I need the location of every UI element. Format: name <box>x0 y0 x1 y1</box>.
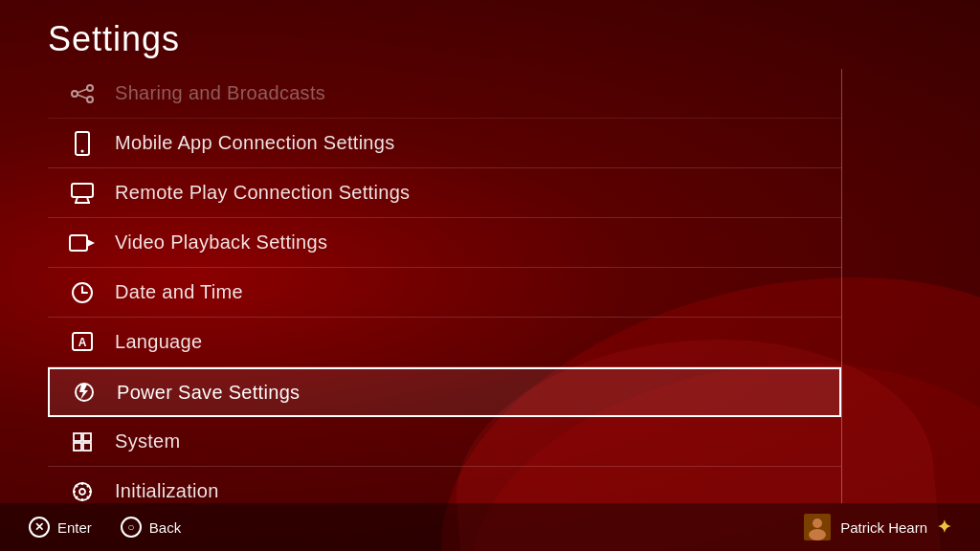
svg-line-4 <box>78 95 87 99</box>
svg-rect-20 <box>83 433 91 441</box>
svg-line-3 <box>78 89 87 93</box>
enter-button[interactable]: ✕ Enter <box>29 517 92 538</box>
user-avatar <box>804 514 831 540</box>
svg-rect-19 <box>74 433 81 441</box>
svg-point-2 <box>87 97 93 102</box>
video-icon <box>67 233 98 253</box>
menu-item-datetime[interactable]: Date and Time <box>48 268 841 318</box>
svg-point-24 <box>79 489 85 495</box>
remoteplay-label: Remote Play Connection Settings <box>115 182 410 204</box>
user-info: Patrick Hearn ✦ <box>804 514 951 540</box>
svg-point-1 <box>87 85 93 91</box>
menu-item-mobile[interactable]: Mobile App Connection Settings <box>48 119 841 168</box>
menu-item-remoteplay[interactable]: Remote Play Connection Settings <box>48 168 841 218</box>
datetime-label: Date and Time <box>115 281 243 303</box>
page-title: Settings <box>0 0 980 69</box>
svg-rect-21 <box>74 443 81 451</box>
settings-menu: Sharing and Broadcasts Mobile App Connec… <box>0 69 980 503</box>
video-label: Video Playback Settings <box>115 231 327 253</box>
svg-point-0 <box>72 91 78 97</box>
datetime-icon <box>67 281 98 304</box>
footer-controls: ✕ Enter ○ Back <box>29 517 181 538</box>
menu-item-video[interactable]: Video Playback Settings <box>48 218 841 268</box>
ps-plus-icon: ✦ <box>937 517 951 538</box>
menu-list: Sharing and Broadcasts Mobile App Connec… <box>48 69 842 503</box>
back-label: Back <box>149 519 181 536</box>
mobile-label: Mobile App Connection Settings <box>115 132 395 154</box>
enter-label: Enter <box>57 519 92 536</box>
footer-bar: ✕ Enter ○ Back Patrick Hearn ✦ <box>0 503 980 551</box>
system-label: System <box>115 430 180 452</box>
initialization-label: Initialization <box>115 480 219 502</box>
o-button-icon: ○ <box>121 517 142 538</box>
menu-item-sharing[interactable]: Sharing and Broadcasts <box>48 69 841 119</box>
menu-item-initialization[interactable]: Initialization <box>48 467 841 503</box>
svg-point-34 <box>813 518 822 528</box>
powersave-label: Power Save Settings <box>117 382 300 404</box>
system-icon <box>67 430 98 453</box>
svg-point-35 <box>809 529 826 540</box>
sharing-icon <box>67 84 98 103</box>
sharing-label: Sharing and Broadcasts <box>115 82 325 104</box>
back-button[interactable]: ○ Back <box>121 517 181 538</box>
language-label: Language <box>115 331 202 353</box>
svg-text:A: A <box>78 336 87 349</box>
svg-rect-11 <box>70 235 87 251</box>
menu-item-powersave[interactable]: Power Save Settings <box>48 367 841 417</box>
x-button-icon: ✕ <box>29 517 50 538</box>
svg-rect-22 <box>83 443 91 451</box>
svg-marker-12 <box>87 239 95 247</box>
svg-rect-7 <box>72 184 93 197</box>
menu-item-system[interactable]: System <box>48 417 841 467</box>
remoteplay-icon <box>67 183 98 204</box>
powersave-icon <box>69 380 100 405</box>
svg-point-6 <box>81 149 84 152</box>
menu-item-language[interactable]: A Language <box>48 318 841 367</box>
user-name: Patrick Hearn <box>840 519 927 536</box>
initialization-icon <box>67 480 98 503</box>
language-icon: A <box>67 331 98 354</box>
mobile-icon <box>67 131 98 156</box>
